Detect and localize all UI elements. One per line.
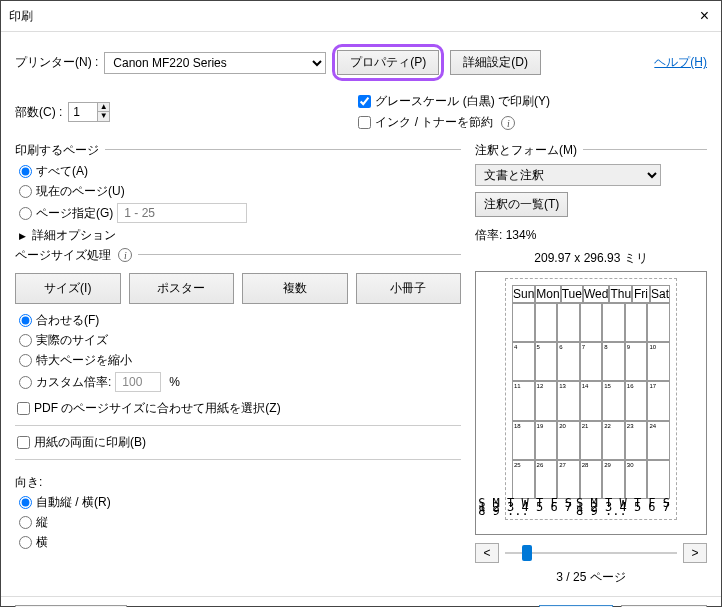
ink-saver-checkbox[interactable]: インク / トナーを節約 i — [358, 114, 550, 131]
slider-thumb[interactable] — [522, 545, 532, 561]
copies-label: 部数(C) : — [15, 104, 62, 121]
size-button[interactable]: サイズ(I) — [15, 273, 121, 304]
annot-legend: 注釈とフォーム(M) — [475, 142, 583, 159]
pages-group: 印刷するページ すべて(A) 現在のページ(U) ページ指定(G) 詳細オプショ… — [15, 149, 461, 246]
advanced-button[interactable]: 詳細設定(D) — [450, 50, 541, 75]
highlight-callout: プロパティ(P) — [332, 44, 444, 81]
titlebar: 印刷 × — [1, 1, 721, 32]
close-icon[interactable]: × — [696, 7, 713, 25]
duplex-checkbox[interactable]: 用紙の両面に印刷(B) — [17, 434, 461, 451]
orientation-group: 向き: 自動縦 / 横(R) 縦 横 — [15, 474, 461, 554]
annot-list-button[interactable]: 注釈の一覧(T) — [475, 192, 568, 217]
prev-page-button[interactable]: < — [475, 543, 499, 563]
annot-select[interactable]: 文書と注釈 — [475, 164, 661, 186]
choose-paper-checkbox[interactable]: PDF のページサイズに合わせて用紙を選択(Z) — [17, 400, 461, 417]
page-indicator: 3 / 25 ページ — [475, 569, 707, 586]
copies-input[interactable] — [69, 103, 97, 121]
orient-auto-radio[interactable]: 自動縦 / 横(R) — [19, 494, 461, 511]
shrink-radio[interactable]: 特大ページを縮小 — [19, 352, 461, 369]
printer-label: プリンター(N) : — [15, 54, 98, 71]
sizing-group: ページサイズ処理 i サイズ(I) ポスター 複数 小冊子 合わせる(F) 実際… — [15, 254, 461, 417]
poster-button[interactable]: ポスター — [129, 273, 235, 304]
pages-range-radio[interactable]: ページ指定(G) — [19, 203, 461, 223]
actual-radio[interactable]: 実際のサイズ — [19, 332, 461, 349]
copies-down-icon[interactable]: ▼ — [97, 112, 109, 121]
preview-dimensions: 209.97 x 296.93 ミリ — [475, 250, 707, 267]
preview-scale: 倍率: 134% — [475, 227, 707, 244]
orientation-legend: 向き: — [15, 474, 461, 491]
grayscale-checkbox[interactable]: グレースケール (白黒) で印刷(Y) — [358, 93, 550, 110]
booklet-button[interactable]: 小冊子 — [356, 273, 462, 304]
properties-button[interactable]: プロパティ(P) — [337, 50, 439, 75]
help-link[interactable]: ヘルプ(H) — [654, 54, 707, 71]
preview-page: SunMonTueWedThuFriSat 456789101112131415… — [505, 278, 677, 520]
orient-portrait-radio[interactable]: 縦 — [19, 514, 461, 531]
multi-button[interactable]: 複数 — [242, 273, 348, 304]
window-title: 印刷 — [9, 8, 33, 25]
pages-all-radio[interactable]: すべて(A) — [19, 163, 461, 180]
printer-select[interactable]: Canon MF220 Series — [104, 52, 326, 74]
preview-box: SunMonTueWedThuFriSat 456789101112131415… — [475, 271, 707, 535]
page-slider[interactable] — [505, 543, 677, 563]
pages-legend: 印刷するページ — [15, 142, 105, 159]
info-icon[interactable]: i — [501, 116, 515, 130]
pages-current-radio[interactable]: 現在のページ(U) — [19, 183, 461, 200]
page-range-input[interactable] — [117, 203, 247, 223]
orient-landscape-radio[interactable]: 横 — [19, 534, 461, 551]
next-page-button[interactable]: > — [683, 543, 707, 563]
more-options-disclosure[interactable]: 詳細オプション — [19, 227, 461, 244]
custom-scale-input[interactable] — [115, 372, 161, 392]
annot-group: 注釈とフォーム(M) 文書と注釈 注釈の一覧(T) — [475, 149, 707, 217]
fit-radio[interactable]: 合わせる(F) — [19, 312, 461, 329]
custom-scale-radio[interactable]: カスタム倍率: % — [19, 372, 461, 392]
sizing-legend: ページサイズ処理 i — [15, 247, 138, 264]
mini-calendars: S M T W T F S 1 2 3 4 5 6 7 8 9 ... S M … — [512, 501, 670, 513]
info-icon[interactable]: i — [118, 248, 132, 262]
copies-stepper[interactable]: ▲ ▼ — [68, 102, 110, 122]
